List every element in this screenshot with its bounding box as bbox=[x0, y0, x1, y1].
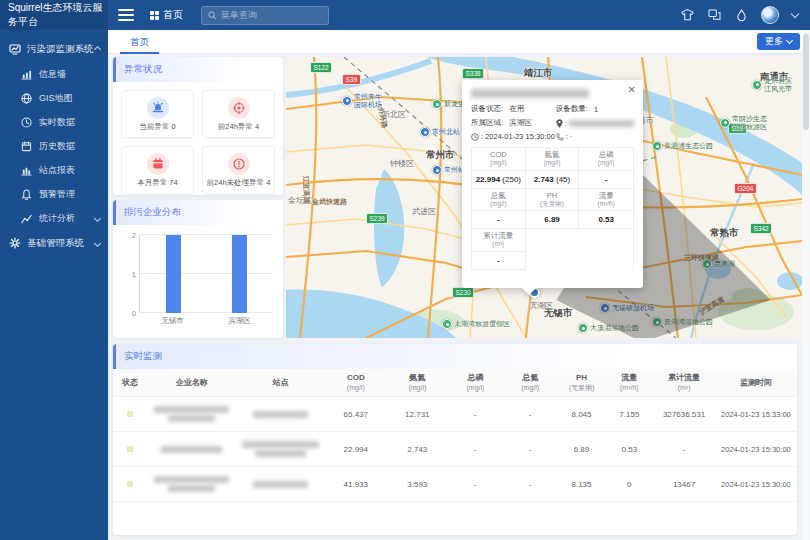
chart-bar-无锡市[interactable] bbox=[166, 235, 181, 313]
metric-value: - bbox=[497, 256, 500, 265]
page-scrollbar-thumb[interactable] bbox=[803, 34, 809, 130]
chart-bar-滨湖区[interactable] bbox=[232, 235, 247, 313]
sidebar-item-label: 预警管理 bbox=[39, 188, 75, 201]
sidebar-item-统计分析[interactable]: 统计分析 bbox=[0, 206, 108, 230]
sidebar-group-label: 污染源监测系统 bbox=[27, 43, 94, 56]
topbar-actions bbox=[680, 6, 810, 24]
tab-home[interactable]: 首页 bbox=[120, 30, 159, 54]
monitor-table: 状态企业名称站点COD(mg/l)氨氮(mg/l)总磷(mg/l)总氮(mg/l… bbox=[113, 369, 797, 502]
chevron-down-icon bbox=[94, 214, 101, 221]
sidebar-item-实时数据[interactable]: 实时数据 bbox=[0, 110, 108, 134]
theme-skin-icon[interactable] bbox=[680, 8, 694, 22]
map-poi-park[interactable]: 龙爪岩滨江风光带 bbox=[752, 77, 792, 92]
map-poi-park[interactable]: 黄泗浦生态公园 bbox=[652, 141, 713, 151]
monitor-panel-title: 实时监测 bbox=[113, 344, 797, 369]
sidebar-item-label: GIS地图 bbox=[39, 92, 73, 105]
popup-close-icon[interactable]: ✕ bbox=[628, 85, 636, 95]
road-badge: S338 bbox=[462, 68, 484, 79]
user-menu-chevron-icon[interactable] bbox=[791, 9, 799, 17]
poi-name-label: 常州北站 bbox=[432, 128, 460, 136]
monitor-col-总氮: 总氮(mg/l) bbox=[503, 369, 558, 397]
device-status-value: 在用 bbox=[509, 104, 524, 114]
chart-ytick: 2 bbox=[132, 231, 136, 240]
user-avatar[interactable] bbox=[761, 6, 779, 24]
cod-value: 22.994 bbox=[325, 432, 387, 467]
alert-card-2[interactable]: 本月异常 74 bbox=[121, 146, 194, 194]
wall-icon bbox=[21, 69, 32, 80]
alert-card-label: 当前异常 0 bbox=[139, 122, 175, 132]
map-poi-transport[interactable]: 常州站 bbox=[432, 165, 465, 175]
alert-card-0[interactable]: 当前异常 0 bbox=[121, 90, 194, 138]
bar-chart: 012 bbox=[139, 235, 273, 313]
region-label: 所属区域: bbox=[471, 118, 503, 128]
notification-flame-icon[interactable] bbox=[734, 8, 748, 22]
monitor-col-流量: 流量(m³/h) bbox=[605, 369, 653, 397]
search-input[interactable] bbox=[221, 10, 322, 20]
brand-title: Squirrel生态环境云服务平台 bbox=[0, 0, 108, 30]
metric-unit: (无量纲) bbox=[527, 200, 578, 208]
map-district-label: 钟楼区 bbox=[390, 158, 414, 169]
device-count-value: 1 bbox=[594, 105, 598, 114]
monitor-panel: 实时监测 状态企业名称站点COD(mg/l)氨氮(mg/l)总磷(mg/l)总氮… bbox=[113, 344, 797, 535]
map-district-label: 武进区 bbox=[412, 206, 436, 217]
alert-card-1[interactable]: 前24h异常 4 bbox=[202, 90, 275, 138]
tab-bar: 首页 更多 bbox=[108, 30, 810, 54]
monitor-table-body: 65.43712.731--8.0457.155327636.5312024-0… bbox=[113, 397, 797, 502]
alarm-icon bbox=[21, 189, 32, 200]
metric-name: COD bbox=[473, 150, 524, 159]
metric-name: 流量 bbox=[580, 191, 632, 200]
alerts-panel-title: 异常状况 bbox=[113, 57, 283, 82]
alerts-panel: 异常状况 当前异常 0前24h异常 4本月异常 74前24h未处理异常 4 bbox=[113, 57, 283, 195]
map-canvas[interactable]: 靖江市南通市常州市无锡市常熟市钟楼区武进区金坛区新北区滨湖区港市金武快速路外环路… bbox=[286, 57, 802, 338]
sidebar-item-历史数据[interactable]: 历史数据 bbox=[0, 134, 108, 158]
sidebar-item-站点报表[interactable]: 站点报表 bbox=[0, 158, 108, 182]
metric-name: 总磷 bbox=[580, 150, 632, 159]
station-name-cell bbox=[236, 397, 325, 432]
tn-value: - bbox=[503, 467, 558, 502]
cod-value: 41.933 bbox=[325, 467, 387, 502]
metric-unit: (mg/l) bbox=[473, 200, 524, 208]
metric-name: 氨氮 bbox=[527, 150, 578, 159]
map-poi-transport[interactable]: 常州奔牛国际机场 bbox=[342, 93, 382, 108]
popup-time: : 2024-01-23 15:30:00 bbox=[481, 132, 555, 141]
menu-search[interactable] bbox=[201, 6, 329, 25]
more-button[interactable]: 更多 bbox=[757, 33, 800, 50]
monitor-table-row-0[interactable]: 65.43712.731--8.0457.155327636.5312024-0… bbox=[113, 397, 797, 432]
flow-value: 0 bbox=[605, 467, 653, 502]
cod-value: 65.437 bbox=[325, 397, 387, 432]
hamburger-menu-icon[interactable] bbox=[118, 9, 134, 21]
chart-gridline bbox=[140, 273, 273, 274]
map-poi-park[interactable]: 常阴沙生态农业旅游区 bbox=[720, 115, 767, 130]
map-city-label: 靖江市 bbox=[524, 67, 553, 80]
metric-unit: (mg/l) bbox=[527, 159, 578, 167]
sidebar-group-1[interactable]: 基础管理系统 bbox=[0, 230, 108, 256]
page-scrollbar[interactable] bbox=[802, 30, 810, 540]
monitor-table-row-2[interactable]: 41.9333.593--8.1350134672024-01-23 15:30… bbox=[113, 467, 797, 502]
grid-icon bbox=[150, 11, 159, 20]
road-badge: S239 bbox=[366, 213, 388, 224]
alert-card-3[interactable]: 前24h未处理异常 4 bbox=[202, 146, 275, 194]
monitor-table-row-1[interactable]: 22.9942.743--6.890.53-2024-01-23 15:30:0… bbox=[113, 432, 797, 467]
poi-name-label: 常阴沙生态农业旅游区 bbox=[732, 115, 767, 130]
monitor-col-总磷: 总磷(mg/l) bbox=[448, 369, 503, 397]
popup-title-redacted bbox=[471, 89, 589, 98]
total-flow-value: 327636.531 bbox=[653, 397, 715, 432]
sidebar-item-预警管理[interactable]: 预警管理 bbox=[0, 182, 108, 206]
sidebar-group-0[interactable]: 污染源监测系统 bbox=[0, 36, 108, 62]
siren-icon-badge bbox=[147, 97, 169, 119]
flow-value: 7.155 bbox=[605, 397, 653, 432]
redacted-text bbox=[253, 481, 308, 488]
map-poi-transport[interactable]: 常州北站 bbox=[420, 127, 460, 137]
sidebar-item-信息墙[interactable]: 信息墙 bbox=[0, 62, 108, 86]
park-marker-icon bbox=[720, 118, 730, 128]
bar-chart-xlabels: 无锡市滨湖区 bbox=[139, 316, 273, 328]
sidebar-item-GIS地图[interactable]: GIS地图 bbox=[0, 86, 108, 110]
popup-grid-value-row: 22.994 (250)2.743 (45)- bbox=[472, 171, 633, 189]
topbar-home-link[interactable]: 首页 bbox=[150, 8, 183, 22]
siren-icon bbox=[152, 102, 164, 114]
chart-gridline bbox=[140, 312, 273, 313]
multi-screen-icon[interactable] bbox=[707, 8, 721, 22]
transport-marker-icon bbox=[432, 165, 442, 175]
map-poi-park[interactable]: 太湖湾旅游度假区 bbox=[442, 319, 510, 329]
park-marker-icon bbox=[442, 319, 452, 329]
